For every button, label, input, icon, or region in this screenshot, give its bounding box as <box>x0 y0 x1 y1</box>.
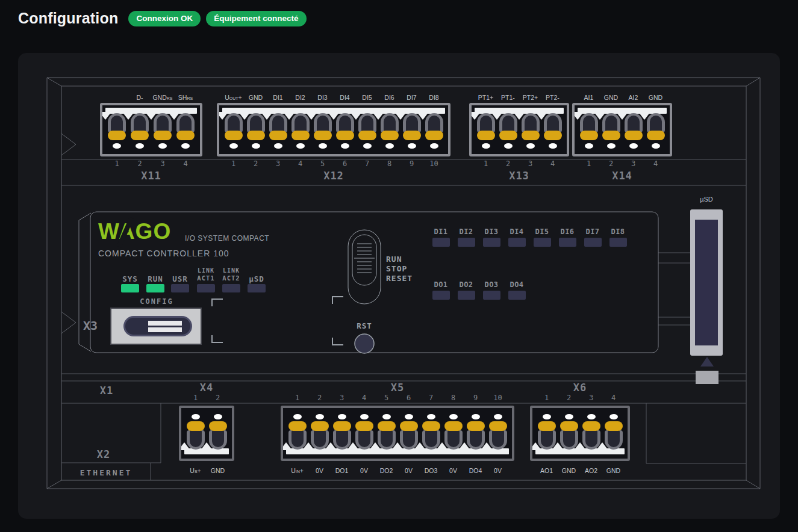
signal-label: DI6 <box>378 94 401 101</box>
pin-lever <box>467 421 485 431</box>
do-led-label: DO3 <box>478 280 505 289</box>
pin-clamp <box>605 430 623 450</box>
pin-number: 2 <box>207 394 229 403</box>
signal-label-row: UOUT+GNDDI1DI2DI3DI4DI5DI6DI7DI8 <box>217 90 450 101</box>
pin-clamp <box>489 430 507 450</box>
pin-lever <box>544 131 562 140</box>
signal-label-row: US+GND <box>179 467 234 476</box>
status-led-label-top <box>116 267 145 274</box>
di-led-label: DI3 <box>478 227 505 237</box>
di-led-di8: DI8 <box>605 227 631 247</box>
pin-test-point <box>585 143 593 149</box>
pin-number: 6 <box>397 394 420 403</box>
status-led-indicator <box>171 284 189 292</box>
pin-test-point <box>229 143 238 149</box>
pin-lever <box>311 421 329 431</box>
signal-label: 0V <box>487 467 509 474</box>
pin-test-point <box>296 143 305 149</box>
do-led-do1: DO1 <box>428 280 454 300</box>
pin-test-point <box>482 143 490 149</box>
pin-number: 1 <box>184 394 207 403</box>
pin-test-point <box>652 143 660 149</box>
do-led-label: DO1 <box>428 280 454 289</box>
pin-lever <box>381 131 399 140</box>
pin-test-point <box>629 143 638 149</box>
pin-number: 1 <box>105 159 128 169</box>
di-led-indicator <box>432 238 450 247</box>
pin-lever <box>355 421 373 431</box>
connector-name: X14 <box>572 170 672 182</box>
do-led-indicator <box>432 291 450 300</box>
pin-lever <box>489 421 507 431</box>
pin-lever <box>477 131 495 140</box>
pin-lever <box>336 131 354 140</box>
di-led-label: DI6 <box>554 227 581 237</box>
status-led-label-top: LINK <box>217 267 246 274</box>
pin-number: 4 <box>174 159 197 169</box>
generated-elements: D-GNDRSSHRS1234X11UOUT+GNDDI1DI2DI3DI4DI… <box>0 0 798 532</box>
pin-number: 5 <box>375 394 397 403</box>
status-led-label-top: LINK <box>192 267 220 274</box>
di-led-indicator <box>534 238 551 247</box>
pin-test-point <box>472 414 480 419</box>
pin-number: 1 <box>286 394 308 403</box>
pin-lever <box>400 421 418 431</box>
di-led-indicator <box>483 238 500 247</box>
terminal-pins <box>535 412 625 449</box>
status-led-indicator <box>222 284 240 292</box>
connector-x12[interactable]: UOUT+GNDDI1DI2DI3DI4DI5DI6DI7DI812345678… <box>217 90 450 182</box>
connector-x4[interactable]: X412US+GND <box>179 382 234 476</box>
pin-number: 3 <box>331 394 353 403</box>
pin-lever <box>154 131 172 140</box>
device-view: WAGO I/O SYSTEM COMPACT COMPACT CONTROLL… <box>0 0 798 532</box>
do-led-do4: DO4 <box>503 280 530 300</box>
connector-x5[interactable]: X512345678910UIN+0VDO10VDO20VDO30VDO40V <box>281 382 514 476</box>
di-led-di4: DI4 <box>503 227 530 247</box>
pin-test-point <box>504 143 513 149</box>
pin-number: 1 <box>475 159 497 169</box>
pin-clamp <box>647 113 665 132</box>
di-led-label: DI4 <box>503 227 530 237</box>
status-led-label: ACT2 <box>217 274 246 283</box>
do-led-indicator <box>458 291 475 300</box>
terminal-block <box>281 406 514 461</box>
pin-number-row: 12345678910 <box>217 159 450 169</box>
signal-label: DI5 <box>356 94 378 101</box>
pin-clamp <box>544 113 562 132</box>
pin-lever <box>647 131 665 140</box>
pin-test-point <box>252 143 260 149</box>
signal-label: DO2 <box>375 467 397 474</box>
pin-test-point <box>181 143 190 149</box>
pin-lever <box>333 421 351 431</box>
pin-test-point <box>341 143 349 149</box>
pin-lever <box>314 131 332 140</box>
pin-test-point <box>549 143 557 149</box>
terminal-pin <box>644 113 667 150</box>
pin-test-point <box>274 143 282 149</box>
pin-test-point <box>363 143 372 149</box>
pin-lever <box>422 421 440 431</box>
di-led-indicator <box>458 238 475 247</box>
pin-number: 2 <box>600 159 622 169</box>
signal-label: DI7 <box>401 94 423 101</box>
connector-x6[interactable]: X61234AO1GNDAO2GND <box>530 382 630 476</box>
pin-test-point <box>316 414 324 419</box>
terminal-pin <box>487 412 509 449</box>
connector-x13[interactable]: PT1+PT1-PT2+PT2-1234X13 <box>469 90 569 182</box>
signal-label: GND <box>207 467 229 474</box>
connector-x11[interactable]: D-GNDRSSHRS1234X11 <box>100 90 202 182</box>
di-led-label: DI7 <box>579 227 606 237</box>
connector-x14[interactable]: AI1GNDAI2GND1234X14 <box>572 90 672 182</box>
status-led-act2: LINKACT2 <box>217 267 246 292</box>
pin-number: 3 <box>622 159 644 169</box>
di-led-di5: DI5 <box>529 227 555 247</box>
pin-number: 5 <box>311 159 334 169</box>
signal-label: DI4 <box>334 94 356 101</box>
signal-label: PT2+ <box>519 94 541 101</box>
pin-number: 10 <box>487 394 509 403</box>
pin-test-point <box>158 143 167 149</box>
pin-number: 8 <box>442 394 464 403</box>
pin-test-point <box>293 414 302 419</box>
connector-name: X11 <box>100 170 202 182</box>
connector-name: X6 <box>530 382 630 393</box>
